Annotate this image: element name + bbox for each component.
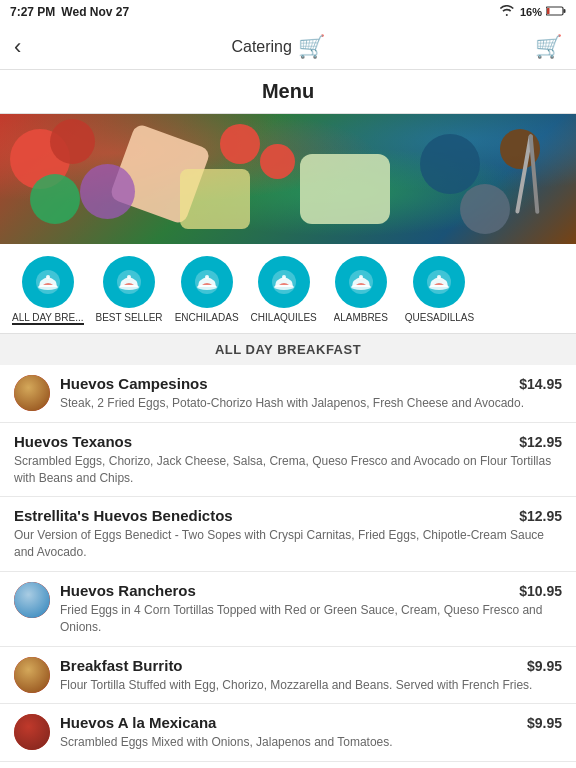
svg-point-17 [359,275,363,279]
menu-item-thumb-breakfast-burrito [14,657,50,693]
menu-list: Huevos Campesinos$14.95Steak, 2 Fried Eg… [0,365,576,768]
category-label-quesadillas: QUESADILLAS [405,312,474,323]
menu-item-breakfast-burrito[interactable]: Breakfast Burrito$9.95Flour Tortilla Stu… [0,647,576,705]
menu-item-desc-huevos-rancheros: Fried Eggs in 4 Corn Tortillas Topped wi… [60,602,562,636]
thumb-image-breakfast-burrito [14,657,50,693]
menu-item-desc-estrellitas-huevos-benedictos: Our Version of Eggs Benedict - Two Sopes… [14,527,562,561]
menu-item-thumb-huevos-campesinos [14,375,50,411]
menu-item-name-huevos-rancheros: Huevos Rancheros [60,582,196,599]
menu-item-price-estrellitas-huevos-benedictos: $12.95 [519,508,562,524]
category-label-chilaquiles: CHILAQUILES [251,312,317,323]
menu-item-top-huevos-rancheros: Huevos Rancheros$10.95Fried Eggs in 4 Co… [14,582,562,636]
plate-icon [192,267,222,297]
menu-item-desc-breakfast-burrito: Flour Tortilla Stuffed with Egg, Chorizo… [60,677,562,694]
menu-item-desc-huevos-texanos: Scrambled Eggs, Chorizo, Jack Cheese, Sa… [14,453,562,487]
food-decor-9 [420,134,480,194]
time-display: 7:27 PM [10,5,55,19]
cart-icon-right[interactable]: 🛒 [535,34,562,60]
svg-point-8 [127,275,131,279]
menu-item-header-huevos-rancheros: Huevos Rancheros$10.95 [60,582,562,599]
svg-point-20 [437,275,441,279]
plate-icon [424,267,454,297]
menu-item-thumb-huevos-rancheros [14,582,50,618]
category-item-chilaquiles[interactable]: CHILAQUILES [247,256,321,325]
menu-item-info-huevos-a-la-mexicana: Huevos A la Mexicana$9.95Scrambled Eggs … [60,714,562,751]
category-label-alambres: ALAMBRES [334,312,388,323]
battery-icon [546,6,566,18]
plate-icon [33,267,63,297]
menu-item-huevos-con-rajas-poblanas[interactable]: Huevos Con Rajas Poblanas$10.00Scrambled… [0,762,576,768]
status-left: 7:27 PM Wed Nov 27 [10,5,129,19]
food-decor-12 [180,169,250,229]
category-label-enchiladas: ENCHILADAS [175,312,239,323]
menu-item-top-huevos-campesinos: Huevos Campesinos$14.95Steak, 2 Fried Eg… [14,375,562,412]
date-display: Wed Nov 27 [61,5,129,19]
food-decor-7 [260,144,295,179]
menu-item-header-huevos-campesinos: Huevos Campesinos$14.95 [60,375,562,392]
status-right: 16% [500,5,566,19]
category-icon-enchiladas [181,256,233,308]
category-item-quesadillas[interactable]: QUESADILLAS [401,256,478,325]
thumb-image-huevos-campesinos [14,375,50,411]
thumb-image-huevos-a-la-mexicana [14,714,50,750]
category-icon-quesadillas [413,256,465,308]
wifi-icon [500,5,516,19]
section-header: ALL DAY BREAKFAST [0,334,576,365]
menu-item-info-huevos-texanos: Huevos Texanos$12.95Scrambled Eggs, Chor… [14,433,562,487]
menu-item-header-estrellitas-huevos-benedictos: Estrellita's Huevos Benedictos$12.95 [14,507,562,524]
menu-item-top-huevos-a-la-mexicana: Huevos A la Mexicana$9.95Scrambled Eggs … [14,714,562,751]
menu-item-header-huevos-a-la-mexicana: Huevos A la Mexicana$9.95 [60,714,562,731]
category-item-enchiladas[interactable]: ENCHILADAS [171,256,243,325]
food-decor-6 [220,124,260,164]
menu-item-info-breakfast-burrito: Breakfast Burrito$9.95Flour Tortilla Stu… [60,657,562,694]
battery-display: 16% [520,6,542,18]
menu-item-name-estrellitas-huevos-benedictos: Estrellita's Huevos Benedictos [14,507,233,524]
svg-point-5 [46,275,50,279]
menu-item-header-huevos-texanos: Huevos Texanos$12.95 [14,433,562,450]
menu-item-name-huevos-a-la-mexicana: Huevos A la Mexicana [60,714,216,731]
menu-item-top-huevos-texanos: Huevos Texanos$12.95Scrambled Eggs, Chor… [14,433,562,487]
page-title: Menu [0,70,576,114]
hero-image [0,114,576,244]
svg-point-14 [282,275,286,279]
menu-item-huevos-campesinos[interactable]: Huevos Campesinos$14.95Steak, 2 Fried Eg… [0,365,576,423]
category-icon-chilaquiles [258,256,310,308]
category-item-best-seller[interactable]: BEST SELLER [92,256,167,325]
svg-point-11 [205,275,209,279]
menu-item-top-estrellitas-huevos-benedictos: Estrellita's Huevos Benedictos$12.95Our … [14,507,562,561]
menu-item-price-huevos-campesinos: $14.95 [519,376,562,392]
category-item-all-day-breakfast[interactable]: ALL DAY BRE... [8,256,88,325]
menu-item-name-breakfast-burrito: Breakfast Burrito [60,657,183,674]
food-decor-8 [300,154,390,224]
food-decor-3 [30,174,80,224]
food-decor-10 [460,184,510,234]
menu-item-estrellitas-huevos-benedictos[interactable]: Estrellita's Huevos Benedictos$12.95Our … [0,497,576,572]
menu-item-name-huevos-campesinos: Huevos Campesinos [60,375,208,392]
menu-item-desc-huevos-a-la-mexicana: Scrambled Eggs Mixed with Onions, Jalape… [60,734,562,751]
category-icon-alambres [335,256,387,308]
category-label-best-seller: BEST SELLER [96,312,163,323]
menu-item-info-estrellitas-huevos-benedictos: Estrellita's Huevos Benedictos$12.95Our … [14,507,562,561]
plate-icon [114,267,144,297]
menu-item-header-breakfast-burrito: Breakfast Burrito$9.95 [60,657,562,674]
category-row: ALL DAY BRE... BEST SELLER ENCHILADAS CH… [0,244,576,334]
menu-item-huevos-a-la-mexicana[interactable]: Huevos A la Mexicana$9.95Scrambled Eggs … [0,704,576,762]
menu-item-desc-huevos-campesinos: Steak, 2 Fried Eggs, Potato-Chorizo Hash… [60,395,562,412]
cart-icon-top[interactable]: 🛒 [298,34,325,60]
menu-item-price-huevos-rancheros: $10.95 [519,583,562,599]
menu-item-thumb-huevos-a-la-mexicana [14,714,50,750]
svg-rect-2 [547,8,550,14]
food-decor-5 [80,164,135,219]
category-item-alambres[interactable]: ALAMBRES [325,256,397,325]
plate-icon [269,267,299,297]
menu-item-price-breakfast-burrito: $9.95 [527,658,562,674]
nav-bar: ‹ Catering 🛒 🛒 [0,24,576,70]
back-button[interactable]: ‹ [14,34,21,60]
status-bar: 7:27 PM Wed Nov 27 16% [0,0,576,24]
plate-icon [346,267,376,297]
category-label-all-day-breakfast: ALL DAY BRE... [12,312,84,325]
food-decor-2 [50,119,95,164]
menu-item-huevos-texanos[interactable]: Huevos Texanos$12.95Scrambled Eggs, Chor… [0,423,576,498]
menu-item-huevos-rancheros[interactable]: Huevos Rancheros$10.95Fried Eggs in 4 Co… [0,572,576,647]
menu-item-price-huevos-texanos: $12.95 [519,434,562,450]
